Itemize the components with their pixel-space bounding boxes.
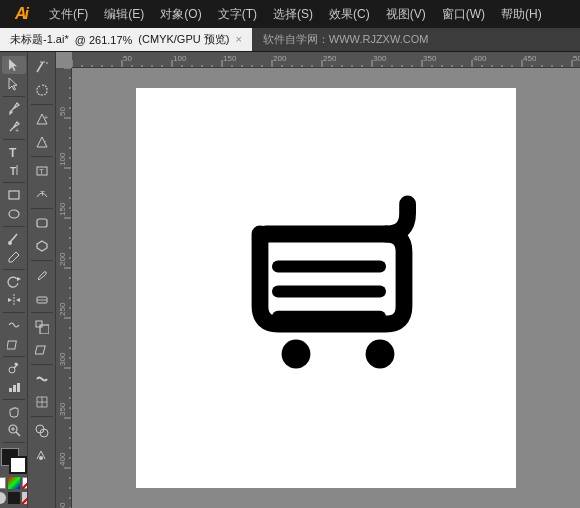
canvas-area[interactable]: [56, 52, 580, 508]
tool-scale[interactable]: [30, 316, 54, 338]
tab-bar: 未标题-1.ai* @ 261.17% (CMYK/GPU 预览) × 软件自学…: [0, 28, 580, 52]
color-area: [1, 448, 27, 474]
tool-reflect[interactable]: [2, 291, 26, 309]
second-toolbar: + - T T: [28, 52, 56, 508]
tab-close-button[interactable]: ×: [235, 34, 241, 45]
second-toolbar-divider-5: [31, 312, 53, 313]
black-icon[interactable]: [8, 492, 20, 504]
toolbar-divider-2: [3, 139, 25, 140]
svg-rect-35: [36, 321, 42, 327]
second-toolbar-divider-1: [31, 104, 53, 105]
svg-marker-32: [37, 241, 47, 251]
tab-colormode: (CMYK/GPU 预览): [138, 32, 229, 47]
tool-lasso[interactable]: [30, 79, 54, 101]
stroke-color-box[interactable]: [9, 456, 27, 474]
tool-polygon[interactable]: [30, 235, 54, 257]
tool-selection[interactable]: [2, 56, 26, 74]
active-tab[interactable]: 未标题-1.ai* @ 261.17% (CMYK/GPU 预览) ×: [0, 28, 253, 51]
svg-rect-11: [7, 341, 16, 349]
svg-text:T: T: [39, 167, 44, 176]
tool-delete-anchor-pt[interactable]: -: [30, 131, 54, 153]
color-swatches[interactable]: [1, 448, 27, 474]
tool-add-anchor[interactable]: +: [2, 118, 26, 136]
tab-zoom: @ 261.17%: [75, 34, 133, 46]
menu-window[interactable]: 窗口(W): [435, 2, 492, 27]
svg-text:T: T: [10, 166, 16, 177]
title-bar: Ai 文件(F) 编辑(E) 对象(O) 文字(T) 选择(S) 效果(C) 视…: [0, 0, 580, 28]
tool-paintbrush[interactable]: [2, 229, 26, 247]
tool-type[interactable]: T: [2, 143, 26, 161]
tool-hand[interactable]: [2, 403, 26, 421]
svg-point-6: [8, 241, 12, 245]
ai-logo: Ai: [6, 1, 36, 27]
tool-rounded-rect[interactable]: [30, 212, 54, 234]
svg-marker-9: [8, 298, 12, 302]
menu-text[interactable]: 文字(T): [211, 2, 264, 27]
tool-add-anchor-pt[interactable]: +: [30, 108, 54, 130]
tool-rectangle[interactable]: [2, 186, 26, 204]
second-toolbar-divider-4: [31, 260, 53, 261]
tool-live-paint[interactable]: [30, 443, 54, 465]
menu-effect[interactable]: 效果(C): [322, 2, 377, 27]
svg-point-45: [366, 340, 395, 369]
tool-ellipse[interactable]: [2, 205, 26, 223]
toolbar-divider-6: [3, 312, 25, 313]
svg-text:T: T: [40, 189, 45, 198]
tool-blob-brush[interactable]: [30, 264, 54, 286]
tab-title: 未标题-1.ai*: [10, 32, 69, 47]
ruler-left: [56, 68, 72, 508]
color-mode-icon[interactable]: [0, 492, 6, 504]
tool-rotate[interactable]: [2, 273, 26, 291]
svg-text:-: -: [44, 137, 47, 144]
canvas-background: [72, 68, 580, 508]
canvas-document[interactable]: [136, 88, 516, 488]
svg-point-5: [9, 210, 19, 218]
tool-shape-builder[interactable]: [30, 420, 54, 442]
tool-mesh[interactable]: [30, 391, 54, 413]
svg-rect-16: [13, 385, 16, 392]
tool-area-type[interactable]: T: [30, 160, 54, 182]
ruler-top: [72, 52, 580, 68]
svg-text:T: T: [9, 146, 17, 159]
svg-line-22: [37, 62, 43, 72]
none-color-icon[interactable]: [0, 477, 6, 489]
main-area: + T T: [0, 52, 580, 508]
tool-magic-wand[interactable]: [30, 56, 54, 78]
svg-marker-7: [17, 277, 21, 281]
tool-warp[interactable]: [2, 316, 26, 334]
toolbar-divider-3: [3, 182, 25, 183]
tool-width[interactable]: [30, 368, 54, 390]
tool-direct-select[interactable]: [2, 75, 26, 93]
menu-help[interactable]: 帮助(H): [494, 2, 549, 27]
gradient-icon[interactable]: [8, 477, 20, 489]
tool-pencil[interactable]: [2, 248, 26, 266]
tool-path-type[interactable]: T: [30, 183, 54, 205]
menu-view[interactable]: 视图(V): [379, 2, 433, 27]
menu-select[interactable]: 选择(S): [266, 2, 320, 27]
menu-edit[interactable]: 编辑(E): [97, 2, 151, 27]
second-toolbar-divider-3: [31, 208, 53, 209]
tool-eraser[interactable]: [30, 287, 54, 309]
svg-rect-37: [35, 346, 45, 354]
menu-object[interactable]: 对象(O): [153, 2, 208, 27]
tool-free-transform[interactable]: [2, 335, 26, 353]
second-toolbar-divider-6: [31, 364, 53, 365]
tool-shear[interactable]: [30, 339, 54, 361]
tool-type-vertical[interactable]: T: [2, 161, 26, 179]
svg-rect-4: [9, 191, 19, 199]
tool-column-graph[interactable]: [2, 378, 26, 396]
svg-rect-15: [9, 388, 12, 392]
svg-point-44: [282, 340, 311, 369]
svg-line-19: [16, 432, 20, 436]
menu-file[interactable]: 文件(F): [42, 2, 95, 27]
svg-marker-10: [16, 298, 20, 302]
toolbar-divider-5: [3, 269, 25, 270]
tool-pen[interactable]: [2, 99, 26, 117]
toolbar-divider-4: [3, 226, 25, 227]
tool-symbol-sprayer[interactable]: [2, 359, 26, 377]
tool-zoom[interactable]: [2, 422, 26, 440]
svg-rect-36: [40, 325, 49, 334]
second-toolbar-divider-7: [31, 416, 53, 417]
left-toolbar: + T T: [0, 52, 28, 508]
svg-text:+: +: [44, 114, 48, 121]
